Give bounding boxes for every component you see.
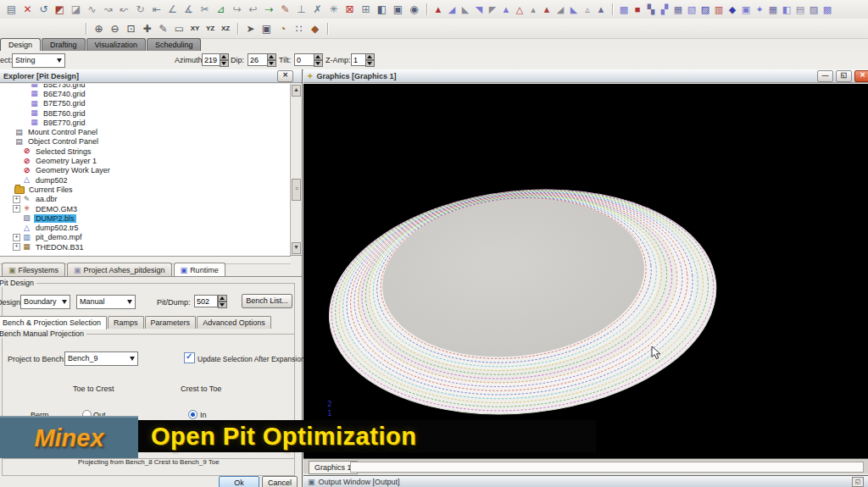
grid-diamond-icon[interactable]: ◆ [726,1,739,18]
plane-view-button[interactable]: YZ [203,20,218,37]
zoom-out-icon[interactable]: ⊖ [107,20,123,37]
tilt-input[interactable] [294,53,314,66]
tree-item[interactable]: + aa.dbr [0,195,291,204]
string-triangle-icon[interactable]: ⊿ [213,1,229,18]
node-half-icon[interactable]: ◧ [374,1,390,18]
close-button[interactable]: ✕ [854,70,868,82]
dump-solid-icon[interactable]: ▲ [594,1,608,18]
expand-icon[interactable]: + [13,205,20,213]
output-window-titlebar[interactable]: ▣ Output Window [Output] ◱ [303,475,868,487]
bench-list-button[interactable]: Bench List... [242,294,292,308]
zoom-window-icon[interactable]: ⊡ [123,20,139,37]
tab-filesystems[interactable]: ▣ Filesystems [2,263,65,276]
tab-visualization[interactable]: Visualization [86,38,146,52]
tab-advanced-options[interactable]: Advanced Options [197,316,271,329]
tree-item[interactable]: + pit_demo.mpf [0,233,291,242]
design-mode-dropdown[interactable]: Manual [76,295,136,309]
azimuth-input[interactable] [202,53,220,66]
section-control-icon[interactable]: ∷ [291,20,307,37]
string-delete-icon[interactable]: ✕ [19,1,36,18]
grid-mesh-icon[interactable]: ▦ [671,1,685,18]
scroll-thumb[interactable]: ≡ [292,179,301,201]
azimuth-spinner[interactable] [220,53,229,66]
project-to-bench-dropdown[interactable]: Bench_9 [64,351,138,366]
dig-icon[interactable]: ◆ [307,20,323,37]
tree-item[interactable]: + Geometry Layer 1 [0,156,291,165]
dump-cut-icon[interactable]: ◢ [554,1,567,18]
node-star-icon[interactable]: ✳ [326,1,342,18]
pitdump-input[interactable] [194,295,218,307]
grid-cross-icon[interactable]: ▨ [698,1,712,18]
node-cross-icon[interactable]: ✗ [309,1,326,18]
string-smooth-icon[interactable]: ∿ [84,1,100,18]
fence-icon[interactable]: ▭ [171,20,187,37]
string-undo-icon[interactable]: ↺ [36,1,52,18]
tree-item[interactable]: + dump502.tr5 [0,223,291,232]
tilt-spinner[interactable] [314,53,323,66]
string-edit-icon[interactable]: ▤ [3,1,19,18]
node-target-icon[interactable]: ◉ [406,1,422,18]
scroll-down-button[interactable]: ▼ [292,242,301,254]
tree-scrollbar[interactable]: ▲ ≡ ▼ [290,84,302,256]
explorer-close-button[interactable]: ✕ [277,70,293,82]
pan-icon[interactable]: ✚ [139,20,155,37]
tab-parameters[interactable]: Parameters [145,316,197,329]
grid-shade-icon[interactable]: ▨ [807,1,821,18]
restore-button[interactable]: ◱ [836,70,852,82]
dip-spinner[interactable] [267,53,276,66]
node-add-icon[interactable]: ⊞ [358,1,374,18]
zoom-in-icon[interactable]: ⊕ [91,20,107,37]
string-redo-icon[interactable]: ↪ [229,1,245,18]
string-curve-icon[interactable]: ↝ [100,1,116,18]
grid-display-icon[interactable]: ▩ [617,1,631,18]
grid-half-icon[interactable]: ▚ [644,1,658,18]
tree-item[interactable]: + Mount Control Panel [0,127,291,136]
tree-item[interactable]: + B8E760.grid [0,108,291,118]
tab-ramps[interactable]: Ramps [108,316,144,329]
cancel-button[interactable]: Cancel [262,476,298,487]
pitdump-spinner[interactable] [218,295,227,307]
minimize-button[interactable]: — [817,70,833,82]
tree-item[interactable]: + DEMO.GM3 [0,204,291,213]
tab-drafting[interactable]: Drafting [42,38,86,52]
grid-star-icon[interactable]: ✦ [753,1,766,18]
zamp-spinner[interactable] [365,53,375,66]
string-back-icon[interactable]: ↩ [245,1,261,18]
dump-edit-icon[interactable]: ◢ [445,1,459,18]
tab-scheduling[interactable]: Scheduling [147,38,202,52]
tab-runtime[interactable]: ▣ Runtime [174,263,225,277]
profile-icon[interactable]: ✎ [155,20,171,37]
expand-icon[interactable]: + [13,243,20,251]
string-draw-icon[interactable]: ✎ [277,1,293,18]
grid-hatch-icon[interactable]: ▧ [685,1,698,18]
grid-block-icon[interactable]: ▩ [821,1,834,18]
grid-rows-icon[interactable]: ▥ [712,1,726,18]
dump-face-icon[interactable]: ◤ [486,1,499,18]
tree-item[interactable]: + DUMP2.bls [0,213,291,223]
string-spline-icon[interactable]: ↜ [116,1,132,18]
tab-bench-projection[interactable]: Bench & Projection Selection [0,316,107,329]
grid-solid-icon[interactable]: ■ [631,1,644,18]
string-rotate-icon[interactable]: ↻ [132,1,148,18]
tree-item[interactable]: + Geometry Work Layer [0,166,291,175]
dump-corner-icon[interactable]: ◥ [472,1,486,18]
plane-view-button[interactable]: XY [187,20,203,37]
tree-item[interactable]: + B6E740.grid [0,89,291,98]
select-mode-dropdown[interactable]: String [12,53,65,68]
tab-design[interactable]: Design [0,38,41,52]
tree-item[interactable]: + B9E770.grid [0,118,291,127]
tree-item[interactable]: + Object Control Panel [0,137,291,147]
design-type-dropdown[interactable]: Boundary [20,295,70,309]
update-selection-checkbox[interactable] [184,352,195,363]
plane-view-button[interactable]: XZ [218,20,233,37]
node-delete-icon[interactable]: ⊠ [342,1,358,18]
zamp-input[interactable] [351,53,366,66]
string-extend-icon[interactable]: ⇢ [261,1,277,18]
snapshot-icon[interactable]: ▣ [259,20,275,37]
dump-outline-icon[interactable]: △ [513,1,526,18]
replay-icon[interactable]: ◔ [275,20,291,37]
grid-fill-icon[interactable]: ▦ [766,1,780,18]
string-clip-icon[interactable]: ✂ [197,1,213,18]
scroll-up-button[interactable]: ▲ [292,85,301,97]
graphics-3d-viewport[interactable]: 2 1 [303,84,868,458]
